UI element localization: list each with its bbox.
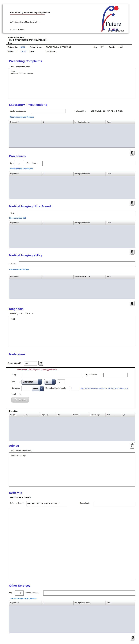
xray-table: DepartmentIDInvestigation/ServiceStatus bbox=[9, 275, 135, 299]
clear-uss-section-button[interactable] bbox=[130, 249, 134, 254]
procedures-input[interactable] bbox=[42, 161, 135, 166]
prescription-id-input[interactable] bbox=[24, 361, 37, 366]
reffering-doctor-input[interactable] bbox=[26, 501, 66, 506]
drug-suggestion-warning: Please select the Drug from Drug suggess… bbox=[17, 368, 58, 370]
uss-table: DepartmentIDInvestigation/ServiceStatus bbox=[9, 221, 135, 248]
clear-procedures-section-button[interactable] bbox=[130, 200, 134, 206]
diagnosis-title: Diagnosis bbox=[9, 307, 24, 311]
column-header: Investigation/Service bbox=[74, 221, 106, 225]
per-meal-qty-input[interactable] bbox=[70, 386, 78, 391]
reffered-by-label: Reffered By : bbox=[75, 110, 86, 112]
company-title: Future Care by Future Holdings (Pty) Lim… bbox=[10, 12, 50, 14]
patient-name-label: Patient Name : bbox=[30, 46, 43, 48]
clear-xray-section-button[interactable] bbox=[130, 301, 134, 306]
other-services-input[interactable] bbox=[43, 590, 135, 596]
column-header: Note bbox=[106, 413, 122, 417]
procedures-table-body[interactable] bbox=[10, 176, 135, 199]
column-header: Status bbox=[106, 120, 135, 124]
column-header: Status bbox=[106, 601, 135, 605]
column-header: Investigation/Service bbox=[74, 120, 106, 124]
other-services-table-body[interactable] bbox=[10, 606, 135, 633]
chevron-down-icon: ▼ bbox=[40, 386, 44, 391]
other-services-table-header: DepartmentIDInvestigation / ServiceStatu… bbox=[10, 601, 135, 606]
clear-lab-section-button[interactable] bbox=[130, 150, 134, 156]
trash-icon bbox=[131, 636, 134, 640]
refferals-subtitle: Select the needed Refferal bbox=[10, 496, 31, 498]
meal-time-value: Before Meal bbox=[22, 380, 38, 384]
refferals-title: Refferals bbox=[9, 491, 22, 495]
special-notes-input[interactable] bbox=[104, 373, 128, 377]
column-header: Way bbox=[56, 413, 72, 417]
svg-text:Future: Future bbox=[106, 20, 121, 27]
column-header: ID bbox=[42, 172, 74, 176]
plus-icon: + bbox=[14, 398, 16, 401]
age-label: Age : bbox=[94, 46, 98, 48]
complaints-textarea[interactable]: pt seen Abdominal USS - normal study bbox=[9, 69, 135, 99]
advice-title: Advice bbox=[9, 444, 19, 448]
trash-icon bbox=[131, 302, 134, 306]
clear-advice-section-button[interactable] bbox=[130, 442, 135, 448]
add-drug-button[interactable]: + Add Drug bbox=[11, 397, 29, 402]
chevron-down-icon: ▼ bbox=[52, 380, 56, 384]
frequency-dropdown[interactable]: OD ▼ bbox=[44, 379, 56, 384]
clear-other-services-section-button[interactable] bbox=[131, 635, 135, 641]
complaints-label: Enter Complaints Here bbox=[10, 66, 30, 68]
diagnosis-textarea[interactable]: ?PUD bbox=[9, 316, 135, 346]
uss-table-body[interactable] bbox=[10, 225, 135, 248]
consultant-input[interactable] bbox=[94, 501, 135, 506]
procedures-qty-input[interactable] bbox=[15, 161, 23, 166]
recommended-procedures-link[interactable]: Recommended Procedures bbox=[10, 168, 33, 170]
recommended-uss-link[interactable]: Recommended USS bbox=[9, 217, 26, 219]
advice-label: Enter Doctor's Advice Here bbox=[10, 450, 32, 452]
duration-unit-value: Day/s bbox=[32, 386, 40, 391]
logo-word1: Future bbox=[106, 20, 121, 27]
meal-time-dropdown[interactable]: Before Meal ▼ bbox=[22, 379, 42, 384]
column-header: Drug bbox=[24, 413, 40, 417]
trash-outline-icon bbox=[130, 443, 134, 448]
column-header: Department bbox=[10, 221, 42, 225]
xray-table-body[interactable] bbox=[10, 279, 135, 299]
xrays-input[interactable] bbox=[19, 262, 135, 266]
add-drug-label: Add Drug bbox=[18, 399, 26, 401]
refresh-prescription-button[interactable] bbox=[38, 361, 43, 366]
uss-input[interactable] bbox=[17, 211, 135, 216]
recommended-lab-testings-link[interactable]: Recommended Lab Testings bbox=[10, 116, 34, 118]
column-header: Status bbox=[106, 275, 135, 279]
drug-list-table-body[interactable] bbox=[10, 417, 135, 441]
duration-unit-dropdown[interactable]: Day/s ▼ bbox=[32, 386, 44, 391]
other-services-label: Other Services : bbox=[25, 592, 38, 594]
trash-icon bbox=[131, 201, 134, 205]
total-label: Total bbox=[12, 393, 16, 395]
advice-textarea[interactable]: continue current mgt bbox=[9, 452, 135, 486]
column-header: Investigation/Service bbox=[74, 275, 106, 279]
add-drug-panel: Please select the Drug from Drug suggess… bbox=[6, 367, 135, 408]
drug-input[interactable] bbox=[22, 373, 82, 377]
column-header: ID bbox=[42, 221, 74, 225]
gender-value: : Male bbox=[118, 46, 124, 48]
other-services-qty-label: Qty : bbox=[9, 592, 13, 594]
reffered-by-value: ORITSETSETOS RAPHAEL PINNICK bbox=[91, 110, 122, 112]
duration-input[interactable] bbox=[22, 386, 31, 391]
column-header: Duration bbox=[72, 413, 89, 417]
recommended-other-services-link[interactable]: Recommended Other Services bbox=[10, 598, 36, 600]
refferal-listbox[interactable] bbox=[9, 508, 135, 579]
fraction-note: Please add as decimal numbers when addin… bbox=[80, 387, 136, 389]
lab-investigation-input[interactable] bbox=[32, 109, 66, 113]
column-header: Qty bbox=[122, 413, 135, 417]
visit-date-label: Date bbox=[30, 50, 34, 52]
presenting-complaints-title: Presenting Complaints bbox=[9, 60, 42, 63]
frequency-value: OD bbox=[44, 380, 52, 384]
consult-date-label: Date bbox=[8, 42, 22, 44]
recommended-xrays-link[interactable]: Recommended X-Rays bbox=[9, 268, 29, 270]
patient-info-box: Patient ID : 8264 Patient Name : EDOUARD… bbox=[6, 44, 132, 54]
drug-label: Drug bbox=[12, 374, 16, 376]
drug-list-label: Drug List bbox=[9, 410, 18, 412]
reffering-doctor-label: Reffering Doctor bbox=[10, 502, 23, 504]
lab-tests-table-body[interactable] bbox=[10, 124, 135, 148]
way-colon: : bbox=[20, 381, 20, 383]
other-services-qty-input[interactable] bbox=[15, 590, 24, 596]
consultation-form-page: Future Care by Future Holdings (Pty) Lim… bbox=[0, 0, 139, 644]
frequency-qty-input[interactable] bbox=[58, 380, 65, 384]
column-header: Drug ID bbox=[10, 413, 24, 417]
uss-label: USS : bbox=[10, 212, 15, 214]
